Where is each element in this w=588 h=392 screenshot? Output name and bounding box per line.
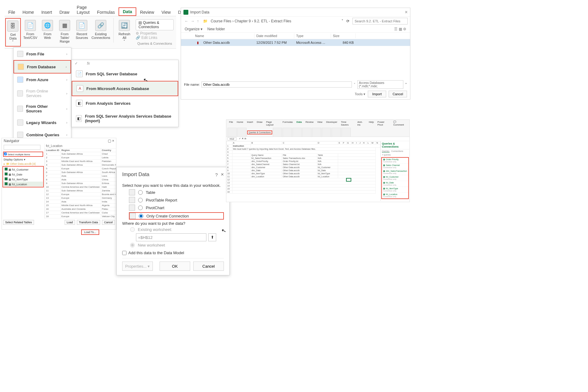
table-row[interactable]: 2EuropeLatvia bbox=[45, 156, 116, 160]
table-row[interactable]: 19Middle East and North AfricaLebanon bbox=[45, 218, 116, 219]
tab-formulas[interactable]: Formulas bbox=[93, 9, 119, 16]
table-row[interactable]: 10Central America and the CaribbeanHaiti bbox=[45, 185, 116, 189]
transform-data-button[interactable]: Transform Data bbox=[77, 220, 100, 225]
table-row[interactable]: 17Central America and the CaribbeanCuba bbox=[45, 211, 116, 215]
cell-ref-input[interactable] bbox=[136, 233, 206, 241]
close-icon[interactable]: × bbox=[112, 139, 114, 143]
tab-pagelayout[interactable]: Page Layout bbox=[73, 4, 93, 16]
table-row[interactable]: 15Middle East and North AfricaAlgeria bbox=[45, 204, 116, 207]
tab[interactable]: Add-ins bbox=[356, 120, 366, 126]
query-item[interactable]: ▦ dim_SalesTransactionConnection only. bbox=[382, 169, 408, 175]
tree-item[interactable]: ▦ fct_Date bbox=[3, 172, 43, 177]
select-related-button[interactable]: Select Related Tables bbox=[3, 220, 34, 225]
table-row[interactable]: 5EuropeCzech Republic bbox=[45, 167, 116, 171]
from-sql-server-item[interactable]: 📄From SQL Server Database bbox=[72, 67, 178, 81]
dropdown-icon[interactable]: ˅ bbox=[405, 83, 407, 87]
forward-icon[interactable]: → bbox=[190, 19, 196, 23]
refresh-all-button[interactable]: 🔄Refresh All ˅ bbox=[117, 18, 132, 47]
properties-button[interactable]: Properties... ▾ bbox=[122, 262, 153, 271]
file-row-selected[interactable]: ▮ Other Data.accdb 12/28/2021 7:52 PM Mi… bbox=[181, 39, 410, 46]
option-table[interactable]: Table bbox=[129, 189, 224, 195]
table-row[interactable]: 5fct_SalesTransactionSales Transactions.… bbox=[227, 157, 380, 160]
organize-button[interactable]: Organize ▾ bbox=[185, 27, 202, 31]
ribbon-block[interactable] bbox=[292, 128, 302, 137]
ribbon-block[interactable] bbox=[283, 128, 292, 137]
from-table-range-button[interactable]: ▦From Table/ Range bbox=[57, 18, 72, 47]
legacy-wizards-item[interactable]: Legacy Wizards› bbox=[13, 116, 71, 129]
close-icon[interactable]: × bbox=[405, 9, 408, 15]
search-input[interactable] bbox=[352, 18, 408, 24]
from-ssas-import-item[interactable]: ◧From SQL Server Analysis Services Datab… bbox=[72, 110, 178, 127]
tab[interactable]: Home bbox=[236, 120, 244, 126]
col-type[interactable]: Type bbox=[294, 33, 331, 38]
table-row[interactable]: 8dim_CustomerOther Data.accdbfct_Custome… bbox=[227, 166, 380, 169]
range-picker-icon[interactable]: ⬆ bbox=[208, 233, 216, 241]
table-row[interactable]: 6Sub-Saharan AfricaSouth Africa bbox=[45, 171, 116, 174]
table-row[interactable]: 8AsiaChina bbox=[45, 178, 116, 182]
tree-search[interactable] bbox=[4, 145, 40, 150]
tab[interactable]: Power Pivot bbox=[377, 120, 391, 126]
col-date[interactable]: Date modified bbox=[254, 33, 294, 38]
tab[interactable]: File bbox=[228, 120, 234, 126]
tab-queries[interactable]: Queries bbox=[382, 150, 390, 153]
table-row[interactable]: 4Sub-Saharan AfricaDemocratic Republic o… bbox=[45, 163, 116, 167]
table-row[interactable]: 6dim_OrderPriorityOrder Priority.txtN/A bbox=[227, 160, 380, 163]
from-access-item[interactable]: AFrom Microsoft Access Database bbox=[72, 81, 178, 96]
ribbon-block[interactable] bbox=[312, 128, 321, 137]
table-row[interactable]: 1Sub-Saharan AfricaChad bbox=[45, 152, 116, 156]
file-filter[interactable]: Access Databases (*.mdb;*.mde; bbox=[357, 80, 403, 89]
query-item[interactable]: ▦ Sales ChannelConnection only. bbox=[382, 164, 408, 169]
from-textcsv-button[interactable]: 📄From Text/CSV bbox=[23, 18, 38, 47]
dropdown-icon[interactable]: ˅ bbox=[341, 19, 343, 23]
checkbox-icon[interactable] bbox=[5, 177, 8, 180]
ribbon-block[interactable] bbox=[332, 128, 341, 137]
query-item[interactable]: ▦ fct_DateConnection only. bbox=[382, 181, 408, 187]
get-data-button[interactable]: 🗄 Get Data ˅ bbox=[5, 18, 21, 47]
table-row[interactable]: 7dim_SalesChannelSales Channel.txtN/A bbox=[227, 163, 380, 166]
ok-button[interactable]: OK bbox=[160, 262, 190, 271]
tree-item[interactable]: ▦ fct_Customer bbox=[3, 167, 43, 172]
radio-connection[interactable] bbox=[139, 214, 143, 218]
worksheet[interactable]: ABCDEFGHIJKLMN 1Instruction 2We must bui… bbox=[226, 141, 380, 201]
load-to-button[interactable]: Load To... bbox=[81, 229, 99, 235]
from-database-item[interactable]: From Database› bbox=[13, 60, 71, 74]
tab-insert[interactable]: Insert bbox=[38, 9, 56, 16]
breadcrumb[interactable]: Course Files › Chapter 9 › 9.2. ETL - Ex… bbox=[211, 19, 338, 23]
tab[interactable]: Insert bbox=[246, 120, 254, 126]
option-chart[interactable]: PivotChart bbox=[129, 205, 224, 211]
load-button[interactable]: Load bbox=[65, 220, 75, 225]
from-file-item[interactable]: From File› bbox=[13, 48, 71, 60]
tab-home[interactable]: Home bbox=[19, 9, 38, 16]
query-item[interactable]: ▦ fct_LocationConnection only. bbox=[382, 193, 408, 198]
cancel-button[interactable]: Cancel bbox=[102, 220, 115, 225]
table-row[interactable]: 11dim_LocationOther Data.accdbfct_Locati… bbox=[227, 175, 380, 178]
tab-review[interactable]: Review bbox=[136, 9, 158, 16]
table-row[interactable]: 10dim_ItemTypeOther Data.accdbfct_ItemTy… bbox=[227, 172, 380, 175]
table-row[interactable]: 7AsiaLaos bbox=[45, 174, 116, 178]
radio-table[interactable] bbox=[138, 190, 143, 195]
tab[interactable]: View bbox=[316, 120, 323, 126]
col-name[interactable]: Name bbox=[193, 33, 254, 38]
ribbon-block[interactable] bbox=[237, 128, 247, 137]
select-multiple-checkbox[interactable] bbox=[4, 153, 7, 155]
from-analysis-services-item[interactable]: ◧From Analysis Services bbox=[72, 96, 178, 110]
table-row[interactable]: 18EuropeVatican City bbox=[45, 215, 116, 218]
up-icon[interactable]: ↑ bbox=[196, 19, 200, 23]
tab-data[interactable]: Data bbox=[119, 7, 136, 16]
tab[interactable]: Time Savers bbox=[340, 120, 355, 126]
tab[interactable]: Formulas bbox=[282, 120, 294, 126]
existing-connections-button[interactable]: 🔗Existing Connections bbox=[91, 18, 110, 47]
table-row[interactable]: 14AsiaIndia bbox=[45, 200, 116, 204]
select-multiple-row[interactable]: Select multiple items bbox=[3, 152, 43, 157]
tab-connections[interactable]: Connections bbox=[391, 150, 403, 153]
tree-db-node[interactable]: ▸ 📁 Other Data.accdb [4] bbox=[2, 162, 44, 166]
query-item[interactable]: ▦ fct_CustomerConnection only. bbox=[382, 175, 408, 181]
data-model-row[interactable]: Add this data to the Data Model bbox=[122, 251, 224, 255]
refresh-icon[interactable]: ⟳ bbox=[346, 19, 349, 23]
tab[interactable]: Developer bbox=[325, 120, 338, 126]
tools-button[interactable]: Tools ▾ bbox=[355, 91, 365, 97]
tab[interactable]: Page Layout bbox=[265, 120, 280, 126]
from-online-services-item[interactable]: From Online Services› bbox=[13, 86, 71, 101]
close-icon[interactable]: × bbox=[221, 172, 224, 178]
ribbon-block[interactable] bbox=[273, 128, 282, 137]
